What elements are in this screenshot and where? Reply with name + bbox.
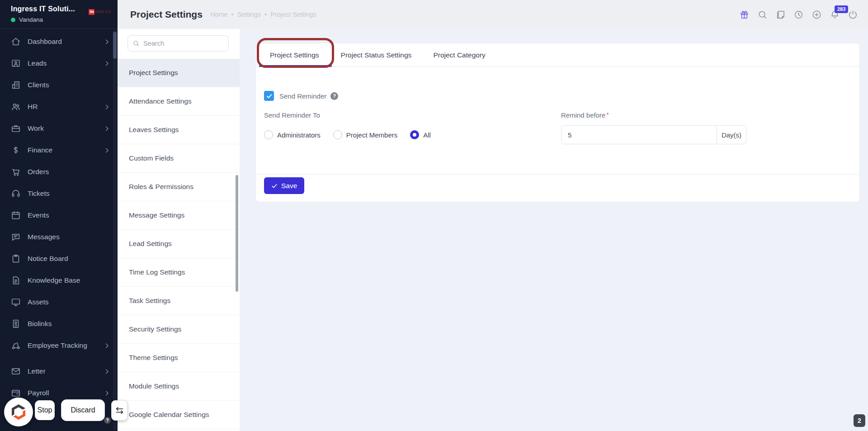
add-icon[interactable] xyxy=(811,9,822,20)
sidebar-item-label: HR xyxy=(28,103,38,111)
settings-menu-item-task-settings[interactable]: Task Settings xyxy=(118,287,240,315)
chevron-right-icon xyxy=(104,390,110,397)
sidebar-item-label: Assets xyxy=(28,298,49,306)
sidebar-item-label: Clients xyxy=(28,81,49,89)
stop-button[interactable]: Stop xyxy=(35,400,55,420)
radio-option-all[interactable]: All xyxy=(410,130,431,139)
sidebar-item-events[interactable]: Events xyxy=(0,204,118,226)
tab-project-settings[interactable]: Project Settings xyxy=(259,43,330,67)
envelope-icon xyxy=(11,366,21,376)
sidebar-item-assets[interactable]: Assets xyxy=(0,291,118,313)
sidebar-item-finance[interactable]: Finance xyxy=(0,139,118,161)
briefcase-icon xyxy=(11,123,21,133)
breadcrumb-item[interactable]: Settings xyxy=(237,11,261,18)
sidebar-item-leads[interactable]: Leads xyxy=(0,52,118,74)
settings-menu-item-project-settings[interactable]: Project Settings xyxy=(118,59,240,87)
power-icon[interactable] xyxy=(848,9,858,20)
active-tab-underline xyxy=(259,65,332,67)
settings-menu-item-roles-permissions[interactable]: Roles & Permissions xyxy=(118,173,240,201)
discard-button[interactable]: Discard xyxy=(61,399,105,421)
settings-menu-item-module-settings[interactable]: Module Settings xyxy=(118,372,240,401)
sidebar-item-work[interactable]: Work xyxy=(0,118,118,139)
settings-menu-item-custom-fields[interactable]: Custom Fields xyxy=(118,144,240,173)
cart-icon xyxy=(11,167,21,177)
sidebar-item-label: Events xyxy=(28,211,49,219)
sidebar-item-employee-tracking[interactable]: Employee Tracking xyxy=(0,335,118,356)
settings-menu-item-leaves-settings[interactable]: Leaves Settings xyxy=(118,116,240,144)
radio-circle[interactable] xyxy=(410,130,419,139)
settings-menu-item-google-calendar-settings[interactable]: Google Calendar Settings xyxy=(118,401,240,429)
settings-submenu: Project SettingsAttendance SettingsLeave… xyxy=(118,29,240,431)
radio-label: All xyxy=(423,131,431,139)
sidebar-item-notice-board[interactable]: Notice Board xyxy=(0,248,118,270)
settings-menu-item-theme-settings[interactable]: Theme Settings xyxy=(118,344,240,372)
sidebar-scrollbar-thumb[interactable] xyxy=(113,32,117,59)
sidebar-item-dashboard[interactable]: Dashboard xyxy=(0,31,118,52)
chevron-right-icon xyxy=(104,147,110,154)
settings-menu-item-attendance-settings[interactable]: Attendance Settings xyxy=(118,87,240,116)
sidebar-item-tickets[interactable]: Tickets xyxy=(0,183,118,204)
save-button[interactable]: Save xyxy=(264,177,304,194)
sidebar-item-label: Messages xyxy=(28,233,60,241)
note-icon[interactable] xyxy=(775,9,786,20)
monitor-icon xyxy=(11,297,21,307)
submenu-scrollbar-thumb[interactable] xyxy=(236,175,238,292)
search-icon[interactable] xyxy=(757,9,768,20)
radio-circle[interactable] xyxy=(333,130,342,139)
overlay-help-icon[interactable]: ? xyxy=(104,417,111,424)
sidebar-item-messages[interactable]: Messages xyxy=(0,226,118,248)
bell-icon[interactable]: 283 xyxy=(830,9,840,20)
settings-menu-item-security-settings[interactable]: Security Settings xyxy=(118,315,240,344)
chat-icon xyxy=(11,232,21,242)
sidebar-item-letter[interactable]: Letter xyxy=(0,360,118,382)
user-name: Vandana xyxy=(19,16,43,23)
page-count-badge: 2 xyxy=(854,414,865,427)
settings-menu-item-time-log-settings[interactable]: Time Log Settings xyxy=(118,258,240,287)
tab-project-status-settings[interactable]: Project Status Settings xyxy=(330,43,423,67)
required-asterisk: * xyxy=(606,111,609,118)
brand-block: Ingress IT Soluti... Vandana IN GRESS xyxy=(0,0,118,29)
sidebar-nav: DashboardLeadsClientsHRWorkFinanceOrders… xyxy=(0,29,118,404)
sidebar-item-hr[interactable]: HR xyxy=(0,96,118,118)
id-card-icon xyxy=(11,319,21,329)
radio-label: Project Members xyxy=(346,131,397,139)
tab-project-category[interactable]: Project Category xyxy=(422,43,496,67)
breadcrumb-item[interactable]: Home xyxy=(210,11,228,18)
project-settings-card: Project SettingsProject Status SettingsP… xyxy=(255,43,860,202)
sidebar-item-label: Knowledge Base xyxy=(28,276,80,284)
help-icon[interactable]: ? xyxy=(330,92,338,100)
settings-search-input[interactable] xyxy=(127,35,229,52)
sidebar-item-biolinks[interactable]: Biolinks xyxy=(0,313,118,335)
building-icon xyxy=(11,80,21,90)
top-bar: Project Settings Home•Settings•Project S… xyxy=(118,0,868,29)
search-icon xyxy=(132,40,140,47)
gift-icon[interactable] xyxy=(739,9,750,20)
radio-circle[interactable] xyxy=(264,130,273,139)
home-icon xyxy=(11,37,21,47)
calendar-icon xyxy=(11,210,21,220)
send-reminder-to-options: AdministratorsProject MembersAll xyxy=(264,130,443,139)
sidebar-item-clients[interactable]: Clients xyxy=(0,74,118,96)
breadcrumb-item[interactable]: Project Settings xyxy=(270,11,316,18)
radio-option-project-members[interactable]: Project Members xyxy=(333,130,397,139)
sidebar-item-label: Finance xyxy=(28,146,52,154)
wallet-icon xyxy=(11,388,21,398)
remind-before-input[interactable] xyxy=(561,125,717,144)
sidebar-item-knowledge-base[interactable]: Knowledge Base xyxy=(0,270,118,291)
sidebar-item-label: Employee Tracking xyxy=(28,341,87,350)
sidebar-item-orders[interactable]: Orders xyxy=(0,161,118,183)
settings-menu-item-lead-settings[interactable]: Lead Settings xyxy=(118,230,240,258)
history-icon[interactable] xyxy=(793,9,804,20)
clipboard-icon xyxy=(11,254,21,264)
breadcrumb-separator: • xyxy=(231,11,234,18)
radio-option-administrators[interactable]: Administrators xyxy=(264,130,321,139)
chevron-right-icon xyxy=(104,125,110,132)
swap-arrows-button[interactable] xyxy=(111,400,127,421)
sidebar-item-label: Biolinks xyxy=(28,320,52,328)
settings-menu-item-message-settings[interactable]: Message Settings xyxy=(118,201,240,230)
sidebar-item-label: Leads xyxy=(28,59,47,67)
chevron-right-icon xyxy=(104,38,110,45)
send-reminder-checkbox[interactable] xyxy=(264,91,274,101)
recorder-logo-button[interactable] xyxy=(4,398,33,426)
card-divider xyxy=(256,174,859,175)
